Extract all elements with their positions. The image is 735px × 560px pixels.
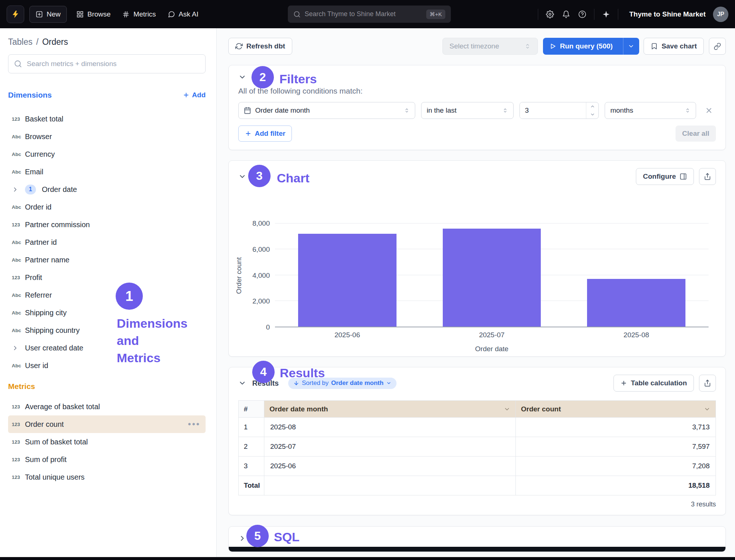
row-month: 2025-07: [264, 437, 516, 457]
collapse-chevron-icon[interactable]: [238, 73, 246, 81]
play-icon: [550, 43, 556, 50]
row-index: 3: [239, 457, 264, 476]
help-button[interactable]: [574, 6, 590, 22]
bar-2025-08[interactable]: [587, 279, 685, 327]
column-header-order-date-month[interactable]: Order date month: [264, 401, 516, 418]
chevrons-updown-icon: [502, 108, 508, 113]
plus-icon: [245, 130, 251, 137]
sidebar-item-referrer[interactable]: AbcReferrer: [8, 286, 206, 304]
navbar-divider: [594, 9, 594, 20]
sidebar-item-browser[interactable]: AbcBrowser: [8, 128, 206, 145]
numeric-field-icon: 123: [12, 222, 25, 228]
active-filter-badge: 1: [25, 185, 36, 194]
sql-code-strip: [229, 547, 725, 552]
run-query-main[interactable]: Run query (500): [543, 38, 619, 55]
collapse-chevron-icon[interactable]: [238, 172, 246, 181]
x-axis-labels: 2025-062025-072025-08: [275, 331, 709, 339]
x-axis-title: Order date: [275, 345, 709, 353]
ask-ai-button[interactable]: Ask AI: [162, 6, 204, 23]
add-filter-label: Add filter: [255, 130, 285, 138]
app-logo[interactable]: [7, 6, 24, 23]
filter-field-select[interactable]: Order date month: [238, 102, 415, 119]
notifications-button[interactable]: [558, 6, 574, 22]
sidebar-item-sum-of-profit[interactable]: 123Sum of profit: [8, 451, 206, 468]
y-tick-label: 4,000: [252, 272, 270, 280]
settings-button[interactable]: [542, 6, 558, 22]
ai-sparkle-button[interactable]: [598, 6, 614, 22]
export-chart-button[interactable]: [699, 168, 716, 185]
sidebar-item-profit[interactable]: 123Profit: [8, 269, 206, 286]
sidebar-item-partner-name[interactable]: AbcPartner name: [8, 251, 206, 269]
y-axis-title: Order count: [232, 223, 246, 327]
add-filter-button[interactable]: Add filter: [238, 126, 292, 142]
user-avatar[interactable]: JP: [713, 7, 728, 22]
numeric-field-icon: 123: [12, 116, 25, 122]
share-link-button[interactable]: [709, 38, 726, 55]
sidebar-item-order-id[interactable]: AbcOrder id: [8, 198, 206, 216]
save-chart-label: Save chart: [662, 42, 697, 50]
chevron-down-icon[interactable]: [504, 406, 510, 412]
configure-label: Configure: [643, 172, 676, 181]
add-dimension-button[interactable]: Add: [183, 91, 206, 99]
sidebar-item-order-count[interactable]: 123Order count•••: [8, 415, 206, 433]
stepper-down-button[interactable]: [586, 110, 598, 119]
sidebar-item-partner-commission[interactable]: 123Partner commission: [8, 216, 206, 233]
breadcrumb-current: Orders: [42, 37, 68, 47]
expand-chevron-icon[interactable]: [238, 534, 246, 542]
field-label: Profit: [25, 273, 42, 282]
metrics-button[interactable]: Metrics: [116, 6, 162, 23]
sidebar-item-email[interactable]: AbcEmail: [8, 163, 206, 181]
fields-search[interactable]: [8, 54, 206, 73]
export-results-button[interactable]: [699, 375, 716, 392]
fields-search-input[interactable]: [8, 54, 206, 73]
browse-button[interactable]: Browse: [70, 6, 116, 23]
org-name[interactable]: Thyme to Shine Market: [622, 10, 713, 18]
save-chart-button[interactable]: Save chart: [644, 38, 704, 55]
breadcrumb-tables[interactable]: Tables: [8, 37, 32, 47]
refresh-dbt-button[interactable]: Refresh dbt: [228, 38, 292, 55]
total-label: Total: [239, 476, 264, 495]
search-icon: [14, 60, 22, 68]
annotation-circle-4: 4: [252, 361, 275, 383]
field-label: User id: [25, 361, 48, 370]
filter-unit-select[interactable]: months: [605, 102, 696, 119]
chevron-right-icon[interactable]: [12, 186, 25, 193]
string-field-icon: Abc: [12, 257, 25, 263]
sidebar-item-order-date[interactable]: 1Order date: [8, 181, 206, 198]
filter-value-input[interactable]: [520, 102, 586, 119]
string-field-icon: Abc: [12, 204, 25, 210]
timezone-select[interactable]: Select timezone: [442, 38, 538, 55]
x-tick-label: 2025-06: [275, 331, 420, 339]
more-options-icon[interactable]: •••: [188, 420, 200, 429]
collapse-chevron-icon[interactable]: [238, 379, 246, 387]
clear-all-button[interactable]: Clear all: [676, 126, 716, 142]
plus-icon: [183, 92, 189, 98]
sidebar-item-currency[interactable]: AbcCurrency: [8, 145, 206, 163]
numeric-field-icon: 123: [12, 439, 25, 445]
stepper-up-button[interactable]: [586, 102, 598, 110]
table-calculation-button[interactable]: Table calculation: [613, 375, 694, 392]
string-field-icon: Abc: [12, 310, 25, 316]
add-label: Add: [192, 91, 206, 99]
chevron-down-icon[interactable]: [704, 406, 710, 412]
sidebar-item-average-of-basket-total[interactable]: 123Average of basket total: [8, 398, 206, 415]
remove-filter-button[interactable]: [702, 103, 716, 117]
sidebar-item-sum-of-basket-total[interactable]: 123Sum of basket total: [8, 433, 206, 451]
run-query-button[interactable]: Run query (500): [543, 38, 639, 55]
column-header-order-count[interactable]: Order count: [516, 401, 716, 418]
sidebar-item-partner-id[interactable]: AbcPartner id: [8, 233, 206, 251]
filter-operator-select[interactable]: in the last: [421, 102, 514, 119]
bar-2025-06[interactable]: [298, 234, 397, 327]
bar-2025-07[interactable]: [443, 229, 541, 327]
dimensions-title: Dimensions: [8, 91, 52, 99]
navbar-divider: [538, 9, 538, 20]
global-search[interactable]: ⌘+K: [288, 6, 451, 23]
sidebar-item-basket-total[interactable]: 123Basket total: [8, 110, 206, 128]
configure-button[interactable]: Configure: [636, 168, 694, 185]
close-icon: [705, 106, 713, 114]
sidebar-item-total-unique-users[interactable]: 123Total unique users: [8, 468, 206, 486]
run-query-dropdown-button[interactable]: [623, 38, 639, 55]
global-search-input[interactable]: [305, 10, 422, 18]
new-button[interactable]: New: [29, 6, 67, 23]
chevron-right-icon[interactable]: [12, 345, 25, 352]
